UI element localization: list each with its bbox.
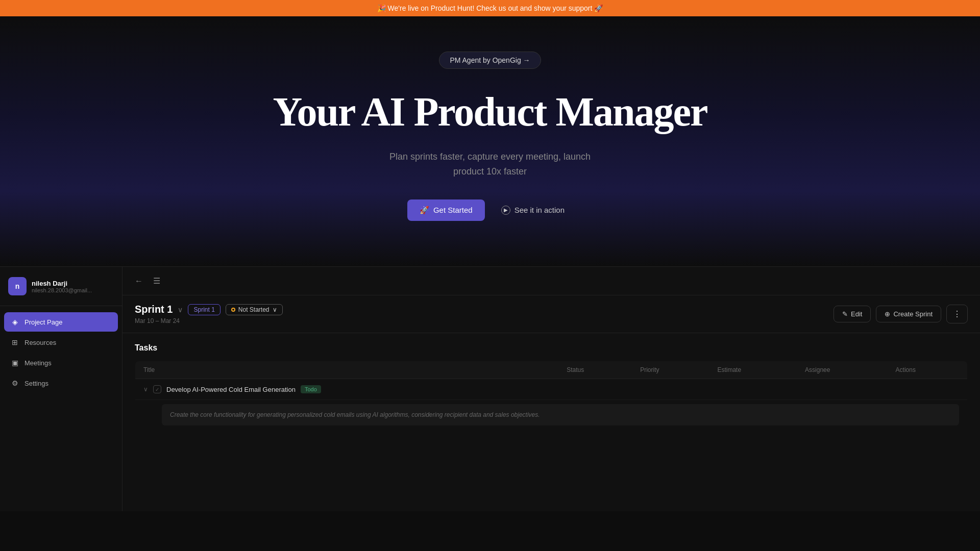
task-title-inner: ∨ ✓ Develop AI-Powered Cold Email Genera… xyxy=(143,385,550,393)
task-name: Develop AI-Powered Cold Email Generation xyxy=(166,386,296,393)
col-status: Status xyxy=(558,361,632,379)
sprint-left: Sprint 1 ∨ Sprint 1 Not Started ∨ Mar 10… xyxy=(135,304,283,324)
tasks-section-title: Tasks xyxy=(135,343,968,353)
app-panel: n nilesh Darji nilesh.28.2003@gmail... ◈… xyxy=(0,266,980,511)
project-page-icon: ◈ xyxy=(10,317,19,327)
hero-subtitle-line2: product 10x faster xyxy=(453,166,527,177)
task-actions xyxy=(888,379,968,400)
task-checkbox[interactable]: ✓ xyxy=(153,385,161,393)
sprint-status-label: Not Started xyxy=(238,306,270,313)
user-details: nilesh Darji nilesh.28.2003@gmail... xyxy=(32,280,92,293)
edit-icon: ✎ xyxy=(842,310,848,318)
col-priority: Priority xyxy=(632,361,709,379)
sidebar-item-meetings[interactable]: ▣ Meetings xyxy=(4,353,118,372)
hero-badge-button[interactable]: PM Agent by OpenGig → xyxy=(439,52,541,69)
col-assignee: Assignee xyxy=(797,361,888,379)
hero-buttons: 🚀 Get Started ▶ See it in action xyxy=(407,199,573,221)
task-desc-cell: Create the core functionality for genera… xyxy=(135,400,968,432)
resources-icon: ⊞ xyxy=(10,338,19,347)
get-started-label: Get Started xyxy=(433,206,473,214)
see-action-label: See it in action xyxy=(514,206,565,214)
sprint-header: Sprint 1 ∨ Sprint 1 Not Started ∨ Mar 10… xyxy=(122,295,980,333)
col-title: Title xyxy=(135,361,559,379)
task-expand-icon[interactable]: ∨ xyxy=(143,386,148,393)
hero-badge-label: PM Agent by OpenGig → xyxy=(450,56,530,64)
sprint-status-dropdown[interactable]: Not Started ∨ xyxy=(226,304,283,315)
status-dot-icon xyxy=(231,308,235,312)
sidebar-item-label: Meetings xyxy=(24,359,52,367)
hero-title: Your AI Product Manager xyxy=(273,89,707,134)
sprint-actions: ✎ Edit ⊕ Create Sprint ⋮ xyxy=(834,305,968,323)
tasks-table: Title Status Priority Estimate Assignee … xyxy=(135,361,968,432)
task-priority xyxy=(632,379,709,400)
sprint-title-row: Sprint 1 ∨ Sprint 1 Not Started ∨ xyxy=(135,304,283,315)
more-options-button[interactable]: ⋮ xyxy=(946,305,968,323)
sidebar-item-project-page[interactable]: ◈ Project Page xyxy=(4,312,118,332)
table-row: ∨ ✓ Develop AI-Powered Cold Email Genera… xyxy=(135,379,968,400)
sidebar-item-resources[interactable]: ⊞ Resources xyxy=(4,333,118,352)
create-sprint-button[interactable]: ⊕ Create Sprint xyxy=(876,306,941,322)
tasks-section: Tasks Title Status Priority Estimate Ass… xyxy=(122,333,980,511)
task-description-row: Create the core functionality for genera… xyxy=(135,400,968,432)
main-content: ← ☰ Sprint 1 ∨ Sprint 1 Not Started ∨ Ma… xyxy=(122,267,980,511)
sprint-dates: Mar 10 – Mar 24 xyxy=(135,317,283,324)
task-status xyxy=(558,379,632,400)
play-icon: ▶ xyxy=(501,206,510,215)
menu-button[interactable]: ☰ xyxy=(151,274,162,288)
rocket-icon: 🚀 xyxy=(420,206,429,215)
task-title-cell: ∨ ✓ Develop AI-Powered Cold Email Genera… xyxy=(135,379,559,400)
sidebar-item-label: Resources xyxy=(24,339,56,346)
edit-label: Edit xyxy=(851,310,862,318)
avatar: n xyxy=(8,277,27,295)
sidebar-item-label: Settings xyxy=(24,380,48,387)
task-description: Create the core functionality for genera… xyxy=(162,404,959,425)
banner-text: 🎉 We're live on Product Hunt! Check us o… xyxy=(377,4,603,12)
plus-circle-icon: ⊕ xyxy=(885,310,890,318)
task-assignee xyxy=(797,379,888,400)
sprint-badge: Sprint 1 xyxy=(188,304,220,315)
edit-button[interactable]: ✎ Edit xyxy=(834,306,871,322)
status-chevron-icon: ∨ xyxy=(273,306,277,313)
sidebar: n nilesh Darji nilesh.28.2003@gmail... ◈… xyxy=(0,267,122,511)
get-started-button[interactable]: 🚀 Get Started xyxy=(407,199,485,221)
top-banner[interactable]: 🎉 We're live on Product Hunt! Check us o… xyxy=(0,0,980,16)
meetings-icon: ▣ xyxy=(10,358,19,367)
sidebar-item-settings[interactable]: ⚙ Settings xyxy=(4,373,118,393)
user-name: nilesh Darji xyxy=(32,280,92,287)
table-header-row: Title Status Priority Estimate Assignee … xyxy=(135,361,968,379)
col-actions: Actions xyxy=(888,361,968,379)
task-tag: Todo xyxy=(301,385,321,393)
user-info: n nilesh Darji nilesh.28.2003@gmail... xyxy=(0,267,122,306)
sprint-title: Sprint 1 xyxy=(135,304,173,315)
task-estimate xyxy=(709,379,797,400)
user-email: nilesh.28.2003@gmail... xyxy=(32,287,92,293)
sprint-chevron-icon[interactable]: ∨ xyxy=(178,306,183,314)
hero-subtitle-line1: Plan sprints faster, capture every meeti… xyxy=(389,152,591,162)
col-estimate: Estimate xyxy=(709,361,797,379)
hero-subtitle: Plan sprints faster, capture every meeti… xyxy=(389,149,591,179)
create-sprint-label: Create Sprint xyxy=(893,310,933,318)
sidebar-nav: ◈ Project Page ⊞ Resources ▣ Meetings ⚙ … xyxy=(0,306,122,511)
sidebar-item-label: Project Page xyxy=(24,318,62,326)
settings-icon: ⚙ xyxy=(10,379,19,388)
main-toolbar: ← ☰ xyxy=(122,267,980,295)
see-action-button[interactable]: ▶ See it in action xyxy=(493,199,573,221)
back-button[interactable]: ← xyxy=(133,274,145,288)
hero-section: PM Agent by OpenGig → Your AI Product Ma… xyxy=(0,16,980,266)
